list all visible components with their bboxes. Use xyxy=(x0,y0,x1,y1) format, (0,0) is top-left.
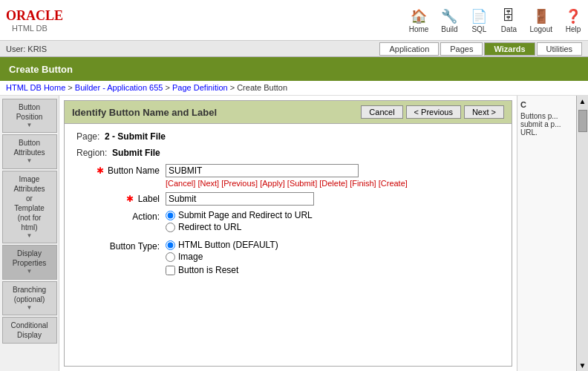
button-type-option-2-label: Image xyxy=(178,252,203,262)
action-option-2-label: Redirect to URL xyxy=(178,222,241,232)
region-label: Region: xyxy=(76,148,107,158)
previous-button[interactable]: < Previous xyxy=(406,105,461,119)
arrow-icon: ▼ xyxy=(6,157,53,165)
scroll-up-button[interactable]: ▲ xyxy=(578,96,588,107)
action-radio-1[interactable] xyxy=(166,211,175,220)
help-nav[interactable]: ❓ Help xyxy=(564,7,582,33)
sidebar: ButtonPosition ▼ ButtonAttributes ▼ Imag… xyxy=(0,96,59,371)
region-value: Submit File xyxy=(112,148,160,158)
main: ButtonPosition ▼ ButtonAttributes ▼ Imag… xyxy=(0,96,588,371)
build-icon: 🔧 xyxy=(440,7,458,25)
sql-icon: 📄 xyxy=(470,7,488,25)
logout-icon: 🚪 xyxy=(532,7,550,25)
nav-tabs: Application Pages Wizards Utilities xyxy=(379,42,582,56)
breadcrumb-sep3: > xyxy=(230,83,237,92)
sidebar-item-image-attributes[interactable]: ImageAttributesorTemplate(not forhtml) ▼ xyxy=(2,171,57,243)
action-radio-2[interactable] xyxy=(166,223,175,232)
form-header: Identify Button Name and Label Cancel < … xyxy=(65,101,512,124)
arrow-icon: ▼ xyxy=(6,268,53,275)
button-reset-checkbox[interactable] xyxy=(166,266,175,275)
button-type-radio-2[interactable] xyxy=(166,252,175,262)
button-name-hint: [Cancel] [Next] [Previous] [Apply] [Subm… xyxy=(166,179,500,188)
user-bar: User: KRIS Application Pages Wizards Uti… xyxy=(0,41,588,57)
create-bar-title: Create Button xyxy=(9,64,73,75)
tab-pages[interactable]: Pages xyxy=(440,42,483,56)
arrow-icon: ▼ xyxy=(6,232,53,240)
right-panel-text: Buttons p... submit a p... URL. xyxy=(520,112,573,137)
build-nav[interactable]: 🔧 Build xyxy=(440,7,458,33)
scrollbar: ▲ ▼ xyxy=(576,96,588,371)
form-header-buttons: Cancel < Previous Next > xyxy=(361,105,504,119)
cancel-button[interactable]: Cancel xyxy=(361,105,402,119)
data-label: Data xyxy=(501,25,517,33)
button-name-row: ✱ Button Name [Cancel] [Next] [Previous]… xyxy=(76,164,500,188)
breadcrumb-home[interactable]: HTML DB Home xyxy=(6,83,65,92)
button-type-radio-1[interactable] xyxy=(166,240,175,250)
sql-label: SQL xyxy=(471,25,486,33)
sidebar-item-branching[interactable]: Branching(optional) ▼ xyxy=(2,281,57,315)
region-info: Region: Submit File xyxy=(76,148,500,158)
button-type-field: HTML Button (DEFAULT) Image Button is Re… xyxy=(166,240,500,275)
action-label: Action: xyxy=(76,210,166,222)
build-label: Build xyxy=(441,25,457,33)
button-type-option-1-label: HTML Button (DEFAULT) xyxy=(178,240,278,250)
help-label: Help xyxy=(566,25,581,33)
sidebar-item-display-properties[interactable]: DisplayProperties ▼ xyxy=(2,245,57,279)
header: ORACLE HTML DB 🏠 Home 🔧 Build 📄 SQL 🗄 Da… xyxy=(0,0,588,41)
content: Identify Button Name and Label Cancel < … xyxy=(59,96,517,371)
page-label: Page: xyxy=(76,131,99,142)
data-icon: 🗄 xyxy=(500,7,517,25)
action-field: Submit Page and Redirect to URL Redirect… xyxy=(166,210,500,232)
home-nav[interactable]: 🏠 Home xyxy=(409,7,429,33)
logo-oracle: ORACLE xyxy=(6,8,63,24)
tab-wizards[interactable]: Wizards xyxy=(484,42,535,56)
arrow-icon: ▼ xyxy=(6,122,53,129)
form-panel: Identify Button Name and Label Cancel < … xyxy=(64,100,512,367)
required-icon2: ✱ xyxy=(126,194,134,204)
button-type-option-1: HTML Button (DEFAULT) xyxy=(166,240,500,250)
breadcrumb-current: Create Button xyxy=(237,83,287,92)
button-reset-row: Button is Reset xyxy=(166,265,500,275)
action-option-2: Redirect to URL xyxy=(166,222,500,232)
label-row: ✱ Label xyxy=(76,192,500,206)
breadcrumb-sep2: > xyxy=(166,83,172,92)
scroll-down-button[interactable]: ▼ xyxy=(578,360,588,371)
home-label: Home xyxy=(409,25,429,33)
logout-label: Logout xyxy=(529,25,552,33)
sidebar-item-button-attributes[interactable]: ButtonAttributes ▼ xyxy=(2,134,57,168)
help-icon: ❓ xyxy=(564,7,582,25)
action-option-1-label: Submit Page and Redirect to URL xyxy=(178,210,313,220)
right-panel-title: C xyxy=(520,100,573,109)
action-option-1: Submit Page and Redirect to URL xyxy=(166,210,500,220)
tab-application[interactable]: Application xyxy=(379,42,439,56)
sidebar-item-button-position[interactable]: ButtonPosition ▼ xyxy=(2,99,57,133)
arrow-icon: ▼ xyxy=(6,304,53,312)
button-name-field: [Cancel] [Next] [Previous] [Apply] [Subm… xyxy=(166,164,500,188)
sidebar-item-conditional[interactable]: ConditionalDisplay xyxy=(2,317,57,344)
label-input[interactable] xyxy=(166,192,314,206)
required-icon: ✱ xyxy=(97,165,104,176)
button-type-row: Button Type: HTML Button (DEFAULT) Image xyxy=(76,240,500,278)
user-info: User: KRIS xyxy=(6,45,47,53)
scrollbar-thumb[interactable] xyxy=(578,110,587,132)
logout-nav[interactable]: 🚪 Logout xyxy=(529,7,552,33)
home-icon: 🏠 xyxy=(410,7,428,25)
breadcrumb-pagedef[interactable]: Page Definition xyxy=(172,83,228,92)
right-panel: C Buttons p... submit a p... URL. xyxy=(517,96,576,371)
tab-utilities[interactable]: Utilities xyxy=(537,42,582,56)
button-type-label: Button Type: xyxy=(76,240,166,252)
logo-htmldb: HTML DB xyxy=(12,24,63,33)
header-icons: 🏠 Home 🔧 Build 📄 SQL 🗄 Data 🚪 Logout ❓ H… xyxy=(409,7,582,33)
breadcrumb-builder[interactable]: Builder - Application 655 xyxy=(75,83,163,92)
sql-nav[interactable]: 📄 SQL xyxy=(470,7,488,33)
label-field xyxy=(166,192,500,206)
breadcrumb: HTML DB Home > Builder - Application 655… xyxy=(0,81,588,96)
next-button[interactable]: Next > xyxy=(464,105,504,119)
page-value: 2 - Submit File xyxy=(105,131,166,142)
button-type-option-2: Image xyxy=(166,252,500,262)
logo: ORACLE HTML DB xyxy=(6,8,63,33)
form-title: Identify Button Name and Label xyxy=(72,107,217,118)
button-name-input[interactable] xyxy=(166,164,359,177)
action-row: Action: Submit Page and Redirect to URL … xyxy=(76,210,500,235)
data-nav[interactable]: 🗄 Data xyxy=(500,7,517,33)
